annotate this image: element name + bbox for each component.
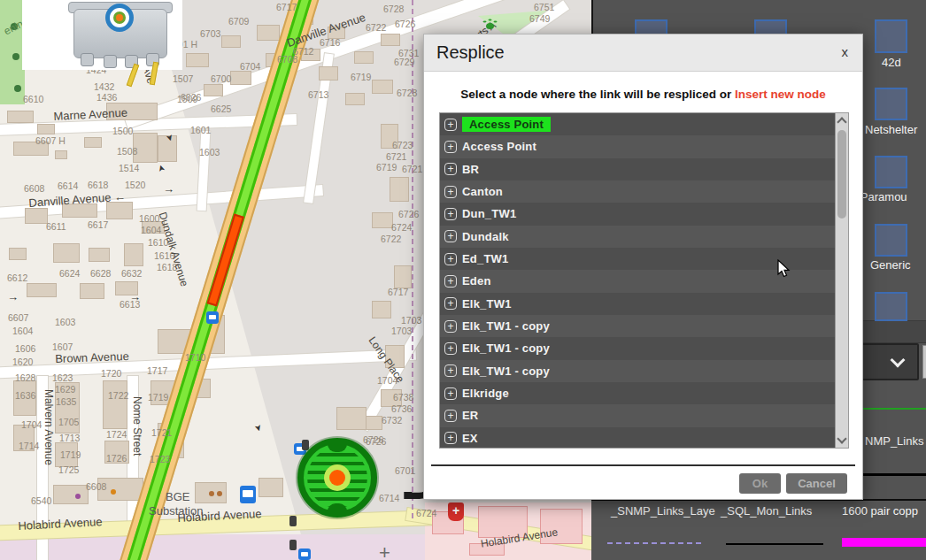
house-number: 1636 — [15, 390, 35, 401]
house-number: 1509 — [177, 94, 197, 104]
palette-tile-label: 42d — [882, 56, 901, 69]
expand-plus-icon[interactable]: + — [444, 141, 457, 153]
house-number: 1507 — [173, 73, 193, 84]
node-label[interactable]: Ed_TW1 — [462, 252, 508, 265]
poi-dot — [75, 494, 81, 499]
building — [103, 380, 127, 429]
node-label[interactable]: Eden — [462, 274, 491, 288]
palette-tile[interactable] — [875, 156, 907, 188]
expand-plus-icon[interactable]: + — [444, 275, 457, 288]
expand-plus-icon[interactable]: + — [444, 364, 457, 377]
dialog-titlebar[interactable]: Resplice x — [424, 35, 862, 72]
node-label[interactable]: Dun_TW1 — [462, 207, 516, 220]
expand-plus-icon[interactable]: + — [444, 230, 457, 242]
palette-tile[interactable] — [875, 88, 907, 120]
insert-new-node-link[interactable]: Insert new node — [735, 88, 826, 101]
house-number: 1703 — [401, 315, 421, 326]
node-row[interactable]: +Elk_TW1 - copy — [440, 337, 848, 359]
node-label[interactable]: BR — [462, 163, 479, 176]
house-number: 6714 — [379, 493, 399, 503]
legend-sample-dashed — [607, 542, 701, 544]
chevron-down-icon — [891, 353, 906, 368]
manhole-node-icon[interactable] — [297, 438, 377, 518]
house-number: 6628 — [90, 268, 111, 279]
application-window: 6610662666256607 H1500150815141520660866… — [0, 0, 926, 560]
node-label[interactable]: Dundalk — [462, 230, 509, 243]
palette-tile[interactable] — [875, 224, 907, 257]
node-row[interactable]: +Access Point — [440, 113, 848, 135]
expand-plus-icon[interactable]: + — [444, 410, 457, 422]
map-lavender-zone — [0, 534, 427, 560]
house-number: 6751 — [534, 2, 554, 12]
house-number: 6729 — [394, 57, 414, 67]
node-label[interactable]: Elk_TW1 - copy — [462, 364, 550, 378]
node-label[interactable]: Canton — [462, 185, 503, 198]
house-number: 1726 — [106, 453, 127, 464]
house-number: 6540 — [31, 495, 51, 506]
expand-plus-icon[interactable]: + — [444, 253, 457, 265]
node-row[interactable]: +Elkridge — [440, 382, 848, 404]
street-label: BGE — [166, 490, 189, 503]
node-row[interactable]: +Elk_TW1 - copy — [440, 315, 848, 337]
node-row[interactable]: +Dun_TW1 — [440, 203, 848, 225]
house-number: 6728 — [397, 88, 417, 98]
node-label[interactable]: EX — [462, 432, 478, 445]
house-number: 6722 — [381, 234, 401, 244]
node-row[interactable]: +EX — [440, 427, 848, 449]
house-number: 1720 — [101, 368, 121, 379]
house-number: 6618 — [88, 180, 108, 190]
logo-icon — [105, 4, 134, 32]
expand-plus-icon[interactable]: + — [444, 297, 457, 310]
street-label: ➤ — [252, 423, 264, 433]
ok-button[interactable]: Ok — [739, 473, 781, 494]
scrollbar-thumb[interactable] — [837, 130, 846, 219]
node-row[interactable]: +Elk_TW1 - copy — [440, 360, 848, 382]
house-number: 6709 — [228, 16, 249, 27]
expand-plus-icon[interactable]: + — [444, 208, 457, 220]
expand-plus-icon[interactable]: + — [444, 342, 457, 355]
building — [345, 93, 365, 105]
palette-tile[interactable] — [875, 19, 907, 53]
house-number: 6728 — [383, 4, 404, 14]
house-number: 6624 — [59, 268, 80, 279]
expand-plus-icon[interactable]: + — [444, 186, 457, 198]
node-row[interactable]: +Elk_TW1 — [440, 293, 848, 315]
node-label[interactable]: ER — [462, 409, 478, 422]
house-number: 6608 — [24, 183, 44, 194]
building — [204, 84, 223, 96]
building — [259, 478, 283, 497]
node-row[interactable]: +Dundalk — [440, 226, 848, 248]
house-number: 6607 — [8, 312, 28, 323]
node-label[interactable]: Access Point — [462, 140, 536, 153]
scroll-down-icon[interactable] — [837, 433, 846, 443]
scroll-up-icon[interactable] — [837, 117, 846, 127]
building — [7, 111, 34, 123]
node-label[interactable]: Elk_TW1 - copy — [462, 319, 550, 333]
map-plus-marker: + — [379, 541, 390, 560]
expand-plus-icon[interactable]: + — [444, 320, 457, 333]
expand-plus-icon[interactable]: + — [444, 432, 457, 444]
close-icon[interactable]: x — [842, 44, 849, 59]
node-row[interactable]: +Access Point — [440, 135, 848, 157]
node-list[interactable]: +Access Point+Access Point+BR+Canton+Dun… — [439, 112, 849, 449]
node-label[interactable]: Elkridge — [462, 387, 509, 400]
node-row[interactable]: +BR — [440, 158, 848, 180]
node-label[interactable]: Elk_TW1 - copy — [462, 341, 550, 355]
scrollbar[interactable] — [835, 113, 848, 448]
expand-plus-icon[interactable]: + — [444, 119, 457, 131]
bus-stop-icon[interactable] — [298, 548, 311, 560]
fuel-station-icon[interactable] — [240, 486, 256, 503]
bus-stop-icon[interactable] — [206, 311, 219, 324]
node-label[interactable]: Elk_TW1 — [462, 297, 512, 311]
node-row[interactable]: +Canton — [440, 180, 848, 203]
node-label[interactable]: Access Point — [462, 117, 551, 132]
expand-plus-icon[interactable]: + — [444, 163, 457, 175]
tree-icon — [12, 53, 19, 60]
house-number: 6701 — [395, 465, 415, 476]
house-number: 6703 — [200, 28, 220, 39]
cancel-button[interactable]: Cancel — [786, 473, 847, 494]
expand-plus-icon[interactable]: + — [444, 387, 457, 400]
panel-side-button[interactable] — [922, 345, 926, 379]
palette-tile[interactable] — [875, 292, 907, 321]
node-row[interactable]: +ER — [440, 404, 848, 426]
